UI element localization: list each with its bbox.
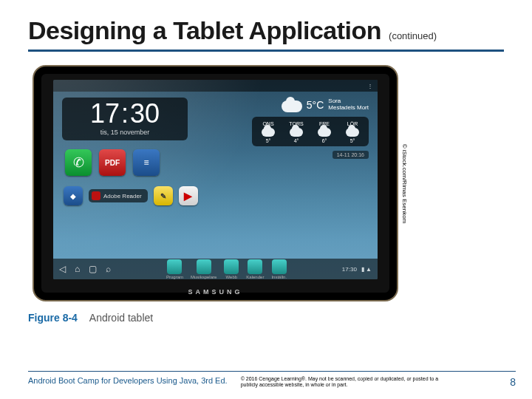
system-dock: ◁ ⌂ ▢ ⌕ Program Musikspelare Webb Kalend…: [53, 259, 378, 279]
weather-location: Sora Mestadels Mort: [328, 98, 369, 112]
notification-bar: ⋮: [53, 80, 378, 92]
image-credit: © iStock.com/Rimas Esenkom: [400, 87, 409, 279]
dock-app-label: Inställn.: [271, 275, 287, 279]
app-row-1: ✆ PDF ≡: [62, 149, 198, 176]
cloud-icon: [290, 128, 303, 137]
tablet-device: ⋮ 17 : 30 tis, 15 november: [33, 65, 398, 301]
device-brand: SAMSUNG: [188, 288, 242, 296]
weather-cond: Mestadels Mort: [328, 105, 369, 112]
cloud-icon: [282, 98, 302, 112]
dock-app: Program: [166, 259, 183, 279]
title-rule: [28, 50, 504, 52]
app-mini-icon: ◆: [64, 186, 83, 205]
home-left-column: 17 : 30 tis, 15 november ✆ PDF ≡: [62, 98, 198, 257]
footer: Android Boot Camp for Developers Using J…: [28, 371, 516, 389]
weather-timestamp: 14-11 20:16: [332, 151, 369, 159]
fday-temp: 6°: [322, 138, 327, 143]
fday-temp: 4°: [294, 138, 299, 143]
back-icon: ◁: [59, 264, 66, 274]
home-icon: ⌂: [75, 264, 80, 274]
clock-time: 17 : 30: [71, 100, 179, 127]
figure-label: Figure 8-4: [28, 312, 78, 324]
forecast-day: LÖR5°: [342, 121, 363, 143]
cloud-icon: [346, 128, 359, 137]
forecast-widget: ONS5° TORS4° FRE6° LÖR5°: [252, 117, 369, 146]
dock-app: Inställn.: [271, 259, 287, 279]
clock-minute: 30: [130, 100, 160, 127]
topbar-right: ⋮: [367, 83, 373, 89]
pdf-icon: PDF: [99, 149, 126, 176]
app-icon: [197, 259, 211, 274]
weather-header: 5°C Sora Mestadels Mort: [282, 98, 369, 112]
dock-app-label: Webb: [226, 275, 238, 279]
adobe-reader-pill: Adobe Reader: [89, 189, 148, 202]
screenshot-icon: ⌕: [106, 264, 111, 274]
copyright: © 2016 Cengage Learning®. May not be sca…: [241, 376, 440, 389]
home-screen: 17 : 30 tis, 15 november ✆ PDF ≡: [62, 98, 369, 257]
fday-temp: 5°: [266, 138, 271, 143]
recent-icon: ▢: [89, 264, 97, 274]
clock-date: tis, 15 november: [71, 129, 179, 136]
home-right-column: 5°C Sora Mestadels Mort ONS5° TORS4° FRE…: [252, 98, 369, 257]
footer-rule: [28, 371, 516, 372]
weather-temp: 5°C: [307, 99, 324, 111]
app-icon: [272, 259, 287, 274]
slide: Designing a Tablet Application (continue…: [0, 0, 532, 399]
app-row-2: ◆ Adobe Reader ✎ ▶: [62, 186, 198, 205]
fday-temp: 5°: [350, 138, 355, 143]
app-icon: [224, 259, 239, 274]
forecast-day: TORS4°: [286, 121, 307, 143]
page-title: Designing a Tablet Application: [28, 16, 381, 45]
status-icons: ▮ ▲: [361, 266, 372, 273]
tablet-screen: ⋮ 17 : 30 tis, 15 november: [53, 80, 378, 279]
pill-label: Adobe Reader: [103, 193, 142, 200]
reader-icon: ≡: [133, 149, 160, 176]
notes-icon: ✎: [154, 186, 173, 205]
figure: ⋮ 17 : 30 tis, 15 november: [33, 65, 398, 301]
dock-apps: Program Musikspelare Webb Kalender Instä…: [166, 259, 287, 279]
clock-hour: 17: [90, 100, 120, 127]
dock-app: Musikspelare: [191, 259, 216, 279]
forecast-day: FRE6°: [314, 121, 335, 143]
credit-text: © iStock.com/Rimas Esenkom: [402, 143, 409, 223]
phone-icon: ✆: [65, 149, 92, 176]
cloud-icon: [318, 128, 331, 137]
forecast-day: ONS5°: [258, 121, 279, 143]
title-row: Designing a Tablet Application (continue…: [28, 16, 504, 45]
status-time: 17:30: [342, 266, 357, 273]
cloud-icon: [262, 128, 275, 137]
figure-text: Android tablet: [89, 312, 153, 324]
youtube-icon: ▶: [179, 186, 198, 205]
dock-app: Kalender: [246, 259, 264, 279]
clock-sep: :: [121, 100, 129, 127]
app-icon: [248, 259, 262, 274]
dock-nav: ◁ ⌂ ▢ ⌕: [59, 264, 111, 274]
dock-app-label: Musikspelare: [191, 275, 216, 279]
footer-row: Android Boot Camp for Developers Using J…: [28, 376, 516, 389]
book-title: Android Boot Camp for Developers Using J…: [28, 376, 228, 385]
dock-app-label: Program: [166, 275, 183, 279]
dock-app-label: Kalender: [246, 275, 264, 279]
adobe-icon: [92, 191, 100, 200]
continued-label: (continued): [389, 30, 437, 41]
figure-caption: Figure 8-4 Android tablet: [28, 312, 504, 324]
clock-widget: 17 : 30 tis, 15 november: [62, 98, 188, 140]
dock-app: Webb: [224, 259, 239, 279]
dock-status: 17:30 ▮ ▲: [342, 266, 372, 273]
app-icon: [167, 259, 182, 274]
page-number: 8: [510, 376, 516, 388]
